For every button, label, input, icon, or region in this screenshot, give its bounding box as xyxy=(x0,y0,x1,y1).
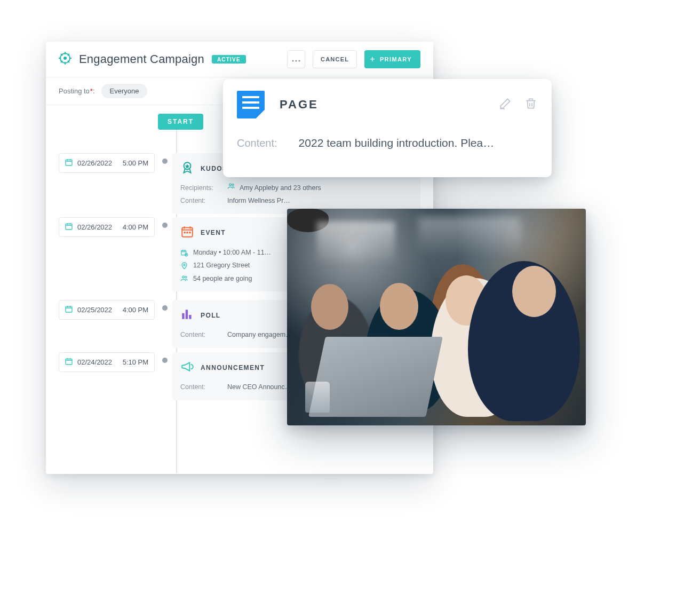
page-card[interactable]: PAGE Content: 2022 team building introdu… xyxy=(223,79,552,177)
megaphone-icon xyxy=(180,360,194,376)
svg-rect-9 xyxy=(66,224,72,230)
date-picker[interactable]: 02/25/2022 4:00 PM xyxy=(59,300,155,320)
svg-rect-20 xyxy=(182,313,184,319)
date-picker[interactable]: 02/26/2022 4:00 PM xyxy=(59,217,155,237)
svg-rect-21 xyxy=(186,310,188,319)
svg-point-3 xyxy=(295,60,297,61)
event-attending: 54 people are going xyxy=(193,272,252,285)
status-badge: ACTIVE xyxy=(212,55,246,64)
svg-rect-11 xyxy=(184,232,186,233)
svg-point-8 xyxy=(232,184,234,186)
calendar-icon xyxy=(65,305,73,315)
panel-header: Engagement Campaign ACTIVE CANCEL + PRIM… xyxy=(46,42,433,77)
date-value: 02/26/2022 xyxy=(77,223,112,231)
svg-point-17 xyxy=(182,276,185,279)
primary-button[interactable]: + PRIMARY xyxy=(364,50,420,68)
svg-point-18 xyxy=(185,276,187,278)
event-when: Monday • 10:00 AM - 11… xyxy=(193,246,271,259)
page-title: Engagement Campaign xyxy=(79,52,204,66)
calendar-icon xyxy=(65,222,73,232)
audience-pill[interactable]: Everyone xyxy=(101,84,148,98)
event-where: 121 Gregory Street xyxy=(193,259,250,272)
page-content-label: Content: xyxy=(237,137,277,149)
page-content-value: 2022 team building introduction. Plea… xyxy=(299,137,495,149)
svg-rect-22 xyxy=(189,315,191,319)
more-button[interactable] xyxy=(287,50,305,68)
people-icon xyxy=(227,182,235,195)
page-icon xyxy=(237,91,265,118)
pin-icon xyxy=(180,262,189,270)
kudos-icon xyxy=(180,161,194,177)
svg-rect-12 xyxy=(186,232,188,233)
content-value: Company engagem… xyxy=(227,329,292,342)
calendar-icon xyxy=(65,357,73,367)
card-type: EVENT xyxy=(201,229,226,236)
content-value: Inform Wellness Pr… xyxy=(227,195,290,208)
svg-point-4 xyxy=(298,60,300,61)
poll-icon xyxy=(180,307,194,323)
page-card-title: PAGE xyxy=(280,98,319,112)
timeline-dot xyxy=(162,223,168,228)
calendar-icon xyxy=(65,158,73,168)
date-picker[interactable]: 02/26/2022 5:00 PM xyxy=(59,153,155,173)
calendar-clock-icon xyxy=(180,249,189,257)
gear-icon xyxy=(59,52,71,67)
trash-icon[interactable] xyxy=(524,97,538,113)
time-value: 5:10 PM xyxy=(123,358,148,366)
ellipsis-icon xyxy=(292,56,300,64)
svg-point-7 xyxy=(229,184,232,186)
svg-rect-23 xyxy=(66,359,72,365)
attendees-icon xyxy=(180,274,189,282)
event-icon xyxy=(180,225,194,241)
svg-rect-5 xyxy=(66,160,72,165)
date-picker[interactable]: 02/24/2022 5:10 PM xyxy=(59,352,155,372)
svg-point-16 xyxy=(184,264,185,266)
timeline-dot xyxy=(162,358,168,363)
content-value: New CEO Announc… xyxy=(227,381,291,394)
svg-rect-13 xyxy=(189,232,190,233)
content-label: Content: xyxy=(180,329,218,342)
date-value: 02/24/2022 xyxy=(77,358,112,366)
primary-button-label: PRIMARY xyxy=(380,56,412,62)
time-value: 5:00 PM xyxy=(123,159,148,167)
content-label: Content: xyxy=(180,381,218,394)
posting-label: Posting to*: xyxy=(59,87,95,95)
plus-icon: + xyxy=(370,55,376,64)
time-value: 4:00 PM xyxy=(123,223,148,231)
card-type: ANNOUNCEMENT xyxy=(201,364,265,371)
time-value: 4:00 PM xyxy=(123,306,148,314)
edit-icon[interactable] xyxy=(498,97,512,113)
svg-point-2 xyxy=(292,60,293,61)
team-photo xyxy=(287,209,586,425)
start-pill: START xyxy=(158,114,203,130)
timeline-dot xyxy=(162,159,168,164)
date-value: 02/25/2022 xyxy=(77,306,112,314)
svg-rect-19 xyxy=(66,306,72,312)
recipients-value: Amy Appleby and 23 others xyxy=(227,182,321,195)
recipients-label: Recipients: xyxy=(180,182,218,195)
content-label: Content: xyxy=(180,195,218,208)
svg-point-1 xyxy=(63,57,67,60)
card-type: POLL xyxy=(201,312,221,319)
timeline-dot xyxy=(162,305,168,311)
cancel-button[interactable]: CANCEL xyxy=(313,50,357,68)
date-value: 02/26/2022 xyxy=(77,159,112,167)
